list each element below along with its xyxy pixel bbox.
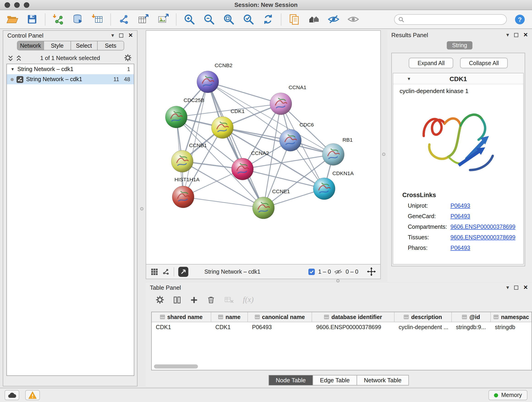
panel-float-icon[interactable] [514,33,518,37]
column-header-id[interactable]: @id [452,312,491,322]
crosslink-link[interactable]: 9606.ENSP00000378699 [450,234,515,240]
show-columns-icon[interactable] [173,295,181,304]
results-panel: Results Panel ▾ ✕ String Expand All Coll… [387,30,532,282]
network-canvas[interactable]: CCNB2CCNA1CDC25BCDK1CDC6RB1CCNB1CCNA2CDK… [146,30,381,264]
column-header-namespac[interactable]: namespac [491,312,532,322]
crosslink-link[interactable]: 9606.ENSP00000378699 [450,223,515,230]
column-header-description[interactable]: description [394,312,452,322]
network-node-rb1[interactable] [322,143,344,166]
zoom-selected-button[interactable] [241,12,255,26]
export-view-button[interactable] [178,267,188,277]
hidden-eye-slash-icon[interactable] [334,268,342,275]
splitter-handle[interactable] [140,207,143,211]
network-options-gear-icon[interactable] [124,54,132,63]
delete-column-trash-icon[interactable] [207,295,215,304]
cloud-status-button[interactable] [5,390,19,400]
network-node-cdkn1a[interactable] [313,178,335,200]
close-window-button[interactable] [5,2,10,8]
network-edge[interactable] [208,82,281,104]
help-icon: ? [514,13,525,25]
expand-all-button[interactable]: Expand All [409,58,453,68]
show-all-button[interactable] [346,12,360,26]
collection-disclosure-icon[interactable]: ▼ [11,67,15,71]
zoom-in-button[interactable] [182,12,196,26]
open-session-button[interactable] [6,12,19,26]
arrow-up-right-icon [180,268,186,275]
column-header-database-identifier[interactable]: database identifier [312,312,394,322]
column-header-canonical-name[interactable]: canonical name [248,312,312,322]
network-node-cdk1[interactable] [211,117,234,139]
tab-sets[interactable]: Sets [98,41,124,50]
copy-documents-button[interactable] [287,12,301,26]
crosslink-link[interactable]: P06493 [450,213,470,219]
hide-selected-button[interactable] [327,12,341,26]
zoom-window-button[interactable] [24,2,29,8]
network-edge[interactable] [242,169,324,189]
network-node-ccna2[interactable] [232,158,254,180]
apply-layout-button[interactable] [261,12,275,26]
panel-close-icon[interactable]: ✕ [128,32,133,38]
column-header-shared-name[interactable]: shared name [152,312,211,322]
network-collection-row[interactable]: ▼ String Network – cdk1 1 [7,64,134,74]
network-node-hist1h1a[interactable] [172,186,194,208]
network-node-ccnb2[interactable] [197,71,219,93]
panel-close-icon[interactable]: ✕ [523,32,528,38]
panel-float-icon[interactable] [119,33,123,37]
import-network-from-database-button[interactable] [71,12,85,26]
tab-string[interactable]: String [447,41,472,49]
network-node-ccna1[interactable] [270,93,292,115]
network-edge[interactable] [183,197,264,208]
import-table-from-file-button[interactable] [91,12,104,26]
tab-edge-table[interactable]: Edge Table [313,375,357,385]
tab-network[interactable]: Network [17,41,44,50]
search-field[interactable] [394,14,507,25]
add-column-icon[interactable] [190,296,198,304]
network-graph[interactable]: CCNB2CCNA1CDC25BCDK1CDC6RB1CCNB1CCNA2CDK… [146,31,380,264]
network-node-cdc6[interactable] [279,129,302,151]
tab-style[interactable]: Style [44,41,71,50]
save-session-button[interactable] [25,12,39,26]
crosslink-link[interactable]: P06493 [450,202,470,209]
network-node-cdc25b[interactable] [165,106,187,128]
tab-select[interactable]: Select [71,41,98,50]
zoom-fit-button[interactable] [222,12,235,26]
table-row[interactable]: CDK1CDK1P064939606.ENSP00000378699cyclin… [152,322,532,332]
network-view-icon[interactable] [162,268,170,275]
panel-collapse-icon[interactable]: ▾ [506,285,509,290]
tab-node-table[interactable]: Node Table [268,375,313,385]
selected-checkbox-icon[interactable] [309,268,315,275]
minimize-window-button[interactable] [14,2,20,8]
table-horizontal-scrollbar[interactable] [153,364,530,369]
network-edge[interactable] [208,82,264,208]
protein-structure-image[interactable] [393,96,523,187]
import-network-from-file-button[interactable] [51,12,65,26]
network-node-ccnb1[interactable] [171,150,193,172]
grid-view-icon[interactable] [151,268,158,275]
new-network-button[interactable] [117,12,131,26]
warnings-button[interactable] [25,390,40,400]
network-node-ccne1[interactable] [253,197,274,219]
table-settings-gear-icon[interactable] [156,296,164,304]
scrollbar-thumb[interactable] [154,364,198,369]
search-input[interactable] [407,16,503,22]
gene-panel-header[interactable]: ▼ CDK1 [393,73,523,84]
network-row[interactable]: String Network – cdk1 11 48 [7,74,134,84]
column-header-name[interactable]: name [211,312,248,322]
tab-network-table[interactable]: Network Table [356,375,409,385]
memory-button[interactable]: Memory [488,390,527,400]
panel-collapse-icon[interactable]: ▾ [506,32,509,38]
network-from-table-button[interactable] [137,12,150,26]
export-image-button[interactable] [156,12,170,26]
panel-float-icon[interactable] [514,285,518,289]
crosslink-link[interactable]: P06493 [450,245,470,251]
pan-crosshair-icon[interactable] [367,267,376,276]
panel-collapse-icon[interactable]: ▾ [111,32,114,38]
zoom-out-button[interactable] [202,12,216,26]
splitter-handle[interactable] [336,279,340,282]
splitter-handle[interactable] [382,153,385,156]
help-button[interactable]: ? [513,12,526,26]
collapse-all-button[interactable]: Collapse All [460,58,508,68]
gene-disclosure-icon[interactable]: ▼ [407,76,411,81]
overview-button[interactable] [307,12,321,26]
panel-close-icon[interactable]: ✕ [523,285,528,290]
